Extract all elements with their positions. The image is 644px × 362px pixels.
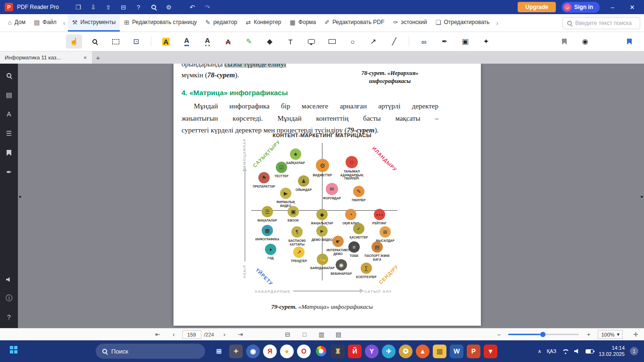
squiggly-tool[interactable]: A	[199, 34, 215, 49]
minimize-button[interactable]: –	[605, 2, 619, 12]
menu-item-redact[interactable]: ❏Отредактировать	[431, 14, 494, 32]
text-tool[interactable]: T	[282, 34, 298, 49]
two-page-icon[interactable]: ▤	[333, 330, 344, 339]
menu-item-form[interactable]: ▦Форма	[286, 14, 321, 32]
arrow-tool[interactable]: ↗	[365, 34, 381, 49]
save-icon[interactable]: ⇩	[87, 2, 99, 12]
pdf-reader-app[interactable]: ▼	[484, 345, 497, 358]
signature-panel-icon[interactable]: ✒	[4, 167, 14, 177]
signin-button[interactable]: ☺ Sign in	[561, 2, 600, 13]
zoom-out-button[interactable]: –	[493, 330, 504, 339]
menu-scroll-right[interactable]: ›	[494, 19, 501, 27]
undo-icon[interactable]: ↶	[186, 2, 198, 12]
settings-icon[interactable]: ⚙	[163, 2, 175, 12]
file-explorer[interactable]: ▥	[433, 345, 446, 358]
upgrade-button[interactable]: Upgrade	[518, 2, 556, 12]
open-folder-icon[interactable]: ❒	[72, 2, 84, 12]
image-tool[interactable]: ▣	[457, 34, 473, 49]
outline-panel-icon[interactable]: ☰	[4, 128, 14, 139]
zoom-slider-knob[interactable]	[540, 332, 545, 337]
last-page-button[interactable]: ⇥	[235, 330, 246, 339]
print-icon[interactable]: ⊟	[117, 2, 130, 12]
stamp-tool[interactable]: ✦	[478, 34, 494, 49]
notification-badge[interactable]: 1	[630, 347, 638, 355]
next-page-button[interactable]: ›	[219, 330, 230, 339]
menu-item-editor[interactable]: ✎редактор	[201, 14, 242, 32]
read-aloud-icon[interactable]	[4, 274, 14, 285]
bookmarks-panel-icon[interactable]	[4, 148, 14, 158]
close-button[interactable]: ✕	[625, 2, 639, 12]
comment-tool[interactable]	[303, 34, 319, 49]
zoom-tool[interactable]	[87, 34, 103, 49]
select-tool[interactable]	[107, 34, 124, 49]
page-number-input[interactable]	[182, 330, 201, 339]
game-center[interactable]: ✦	[229, 345, 243, 358]
powerpoint-app[interactable]: P	[467, 345, 480, 358]
menu-item-file[interactable]: ▤Файл	[30, 14, 61, 32]
y-music-app[interactable]: Y	[365, 345, 379, 358]
new-tab-button[interactable]: +	[92, 51, 104, 64]
clock[interactable]: 14:14 13.02.2025	[599, 345, 625, 357]
zoom-in-button[interactable]: +	[583, 330, 594, 339]
battery-icon[interactable]	[586, 349, 594, 354]
snapshot-tool[interactable]: ⊡	[128, 34, 144, 49]
tab-close-icon[interactable]: ✕	[83, 55, 87, 60]
freehand-tool[interactable]: ✎	[241, 34, 257, 49]
menu-item-edit-pdf[interactable]: ✐Редактировать PDF	[320, 14, 388, 32]
prev-page-button[interactable]: ‹	[168, 330, 180, 339]
yandex-app[interactable]: Й	[348, 345, 362, 358]
brave-browser[interactable]: ▲	[416, 345, 429, 358]
browser-app[interactable]: ●	[280, 345, 294, 358]
bookmark-add-icon[interactable]	[556, 34, 572, 49]
wifi-icon[interactable]	[561, 349, 569, 354]
telegram-app[interactable]: ✈	[382, 345, 396, 358]
highlight-tool[interactable]: A	[158, 34, 174, 49]
strikeout-tool[interactable]: A	[220, 34, 236, 49]
hand-tool[interactable]: ☝	[66, 34, 82, 49]
coin-app[interactable]: ✪	[399, 345, 413, 358]
fullscreen-button[interactable]: ✛	[633, 331, 638, 338]
menu-item-converter[interactable]: ⇄Конвертер	[241, 14, 285, 32]
menu-scroll-left[interactable]: ‹	[61, 19, 68, 27]
line-tool[interactable]: ╱	[386, 34, 402, 49]
info-icon[interactable]: ⓘ	[4, 293, 14, 304]
menu-item-estonian[interactable]: ✑эстонский	[388, 14, 431, 32]
search-input[interactable]	[575, 20, 636, 26]
document-tab[interactable]: Информатика 11 каз... ✕	[0, 51, 92, 64]
menu-item-tools[interactable]: ⚒Инструменты	[68, 14, 120, 32]
zoom-slider[interactable]	[508, 334, 579, 335]
underline-tool[interactable]: A	[179, 34, 195, 49]
photos-app[interactable]: ◉	[246, 345, 260, 358]
chrome-browser[interactable]	[314, 345, 328, 358]
reading-mode-icon[interactable]: ⊟	[282, 330, 293, 339]
right-panel-expander[interactable]: ◂	[640, 193, 643, 198]
start-button[interactable]	[6, 343, 22, 359]
signature-tool[interactable]: ✒	[437, 34, 453, 49]
continuous-scroll-icon[interactable]: ▥	[316, 330, 327, 339]
left-panel-expander[interactable]: ▸	[19, 193, 22, 198]
eraser-tool[interactable]: ◆	[262, 34, 278, 49]
yandex-browser[interactable]: Я	[263, 345, 277, 358]
rectangle-tool[interactable]	[324, 34, 340, 49]
search-panel-icon[interactable]	[4, 70, 14, 81]
first-page-button[interactable]: ⇤	[152, 330, 164, 339]
redo-icon[interactable]: ↷	[201, 2, 214, 12]
zoom-level-select[interactable]: 100% ▾	[598, 330, 623, 339]
menu-item-edit-page[interactable]: ⊞Редактировать страницу	[120, 14, 201, 32]
game-launcher[interactable]: ♜	[331, 345, 345, 358]
taskbar-search[interactable]: Поиск	[96, 344, 205, 359]
search-icon[interactable]	[148, 2, 160, 12]
ellipse-tool[interactable]: ○	[345, 34, 361, 49]
share-icon[interactable]: ⇧	[102, 2, 115, 12]
link-tool[interactable]: ∞	[416, 34, 432, 49]
preview-icon[interactable]: ◉	[577, 34, 593, 49]
single-page-icon[interactable]: □	[299, 330, 310, 339]
thumbnails-panel-icon[interactable]: ▤	[4, 90, 14, 100]
task-view[interactable]: ⊞	[212, 345, 226, 358]
help-icon[interactable]: ?	[132, 2, 145, 12]
volume-icon[interactable]	[574, 349, 580, 354]
annotations-panel-icon[interactable]: A	[4, 109, 14, 119]
tray-overflow-chevron[interactable]: ∧	[538, 348, 542, 354]
opera-browser[interactable]: O	[297, 345, 311, 358]
word-app[interactable]: W	[450, 345, 463, 358]
